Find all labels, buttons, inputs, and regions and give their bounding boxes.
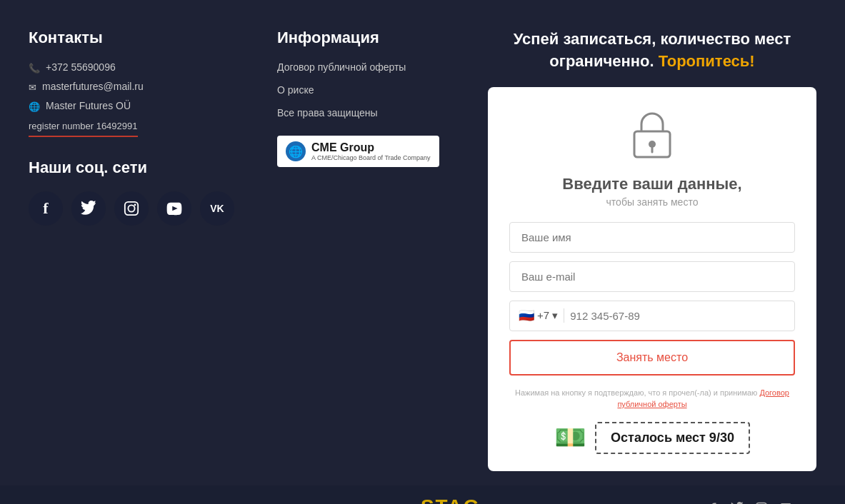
cme-globe-icon: 🌐 <box>286 141 306 161</box>
email-address: masterfutures@mail.ru <box>42 81 144 92</box>
footer-twitter-icon[interactable] <box>731 502 744 504</box>
svg-point-1 <box>128 205 134 211</box>
cme-badge: 🌐 CME Group A CME/Chicago Board of Trade… <box>277 136 439 167</box>
phone-prefix: +7 ▾ <box>537 309 558 322</box>
money-icon: 💵 <box>554 423 586 453</box>
disclaimer: Нажимая на кнопку я подтверждаю, что я п… <box>509 387 795 410</box>
email-contact: ✉ masterfutures@mail.ru <box>29 81 234 93</box>
headline-text2: ограниченно. <box>549 52 654 70</box>
footer-facebook-icon[interactable] <box>706 502 719 504</box>
social-icons-row: f VK <box>29 191 234 226</box>
footer: Copyright © 2021 Обучение трейдингу: STA… <box>0 485 845 504</box>
headline: Успей записаться, количество мест ограни… <box>488 29 816 73</box>
headline-text1: Успей записаться, количество мест <box>514 30 791 48</box>
svg-rect-0 <box>125 202 138 215</box>
footer-logo: STAG <box>407 495 494 504</box>
submit-button[interactable]: Занять место <box>509 340 795 376</box>
phone-number-input[interactable] <box>570 301 786 331</box>
register-number: register number 16492991 <box>29 121 138 137</box>
phone-input-wrapper: 🇷🇺 +7 ▾ <box>509 301 795 331</box>
contacts-title: Контакты <box>29 29 234 47</box>
instagram-icon[interactable] <box>114 191 149 226</box>
phone-icon: 📞 <box>29 63 40 74</box>
cme-main-text: CME Group <box>311 141 431 154</box>
name-input[interactable] <box>509 222 795 253</box>
form-title: Введите ваши данные, <box>562 175 741 193</box>
disclaimer-text: Нажимая на кнопку я подтверждаю, что я п… <box>515 388 757 397</box>
info-title: Информация <box>277 29 439 47</box>
phone-contact: 📞 +372 55690096 <box>29 61 234 74</box>
svg-point-2 <box>134 204 136 206</box>
vk-icon[interactable]: VK <box>200 191 234 226</box>
email-input[interactable] <box>509 261 795 292</box>
info-link-risk[interactable]: О риске <box>277 84 439 96</box>
footer-instagram-icon[interactable] <box>755 502 768 504</box>
facebook-icon[interactable]: f <box>29 191 63 226</box>
email-icon: ✉ <box>29 82 36 93</box>
info-link-offer[interactable]: Договор публичной оферты <box>277 61 439 73</box>
youtube-icon[interactable] <box>157 191 191 226</box>
form-subtitle: чтобы занять место <box>606 196 699 208</box>
cme-sub-text: A CME/Chicago Board of Trade Company <box>311 154 431 161</box>
phone-number: +372 55690096 <box>46 61 116 73</box>
globe-icon: 🌐 <box>29 101 40 112</box>
company-name: Master Futures OÜ <box>46 100 131 111</box>
phone-divider <box>564 308 564 323</box>
headline-urgent: Торопитесь! <box>659 52 755 70</box>
twitter-icon[interactable] <box>71 191 106 226</box>
social-title: Наши соц. сети <box>29 158 234 177</box>
seats-row: 💵 Осталось мест 9/30 <box>509 422 795 454</box>
footer-youtube-icon[interactable] <box>779 502 792 504</box>
info-link-rights[interactable]: Все права защищены <box>277 107 439 119</box>
footer-logo-block: STAG School of trading Alex Grey <box>407 495 494 504</box>
footer-social: VK <box>706 502 816 504</box>
seats-badge: Осталось мест 9/30 <box>595 422 750 454</box>
company-contact: 🌐 Master Futures OÜ <box>29 100 234 112</box>
phone-flag: 🇷🇺 <box>519 308 534 323</box>
lock-icon <box>627 109 677 165</box>
form-card: Введите ваши данные, чтобы занять место … <box>488 87 816 471</box>
